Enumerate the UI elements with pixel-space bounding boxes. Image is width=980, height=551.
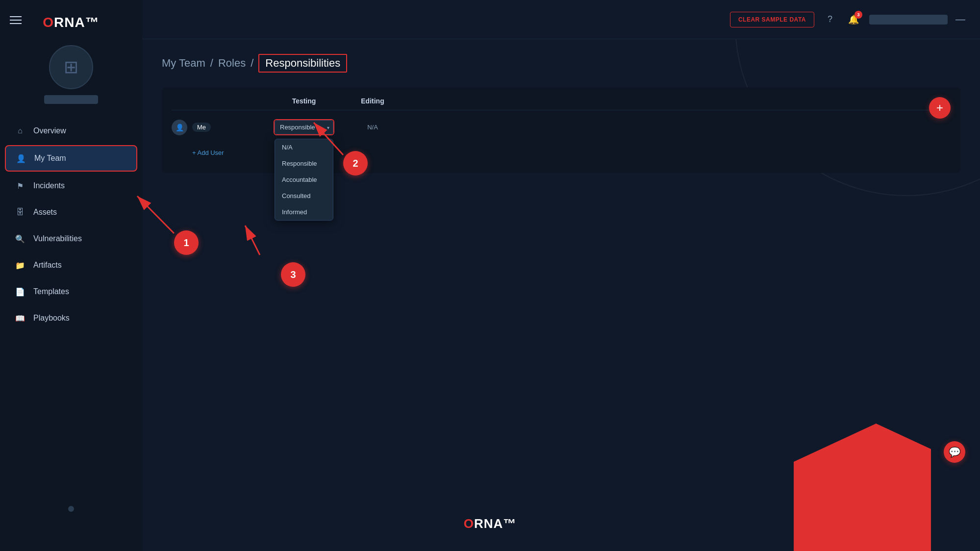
- incidents-icon: ⚑: [15, 180, 25, 191]
- assets-icon: 🗄: [15, 207, 25, 218]
- sidebar-item-incidents[interactable]: ⚑ Incidents: [5, 174, 137, 198]
- sidebar-nav: ⌂ Overview 👤 My Team ⚑ Incidents 🗄 Asset…: [0, 119, 142, 332]
- breadcrumb-responsibilities[interactable]: Responsibilities: [258, 54, 347, 73]
- add-user-button[interactable]: + Add User: [192, 146, 224, 159]
- footer-logo-rest: RNA: [474, 516, 503, 531]
- sidebar-logo: ORNA™: [43, 15, 99, 30]
- breadcrumb-roles[interactable]: Roles: [218, 57, 246, 70]
- artifacts-icon: 📁: [15, 260, 25, 271]
- sidebar-item-templates-label: Templates: [33, 287, 69, 296]
- testing-select-wrapper[interactable]: Responsible: [275, 120, 333, 134]
- sidebar-item-overview[interactable]: ⌂ Overview: [5, 119, 137, 143]
- th-testing: Testing: [270, 97, 338, 105]
- avatar: ⊞: [49, 45, 93, 89]
- annotation-1: 1: [174, 230, 199, 255]
- menu-hamburger-icon[interactable]: [10, 14, 22, 26]
- th-editing: Editing: [338, 97, 407, 105]
- breadcrumb-sep-1: /: [210, 57, 213, 70]
- main-content: My Team / Roles / Responsibilities - Res…: [142, 39, 980, 551]
- option-accountable[interactable]: Accountable: [275, 172, 333, 188]
- option-na[interactable]: N/A: [275, 139, 333, 155]
- overview-icon: ⌂: [15, 125, 25, 136]
- sidebar-item-vulnerabilities-label: Vulnerabilities: [33, 234, 82, 243]
- testing-role-select[interactable]: Responsible: [275, 120, 333, 134]
- sidebar-item-incidents-label: Incidents: [33, 181, 65, 190]
- responsibilities-table-panel: + Testing Editing 👤 Me Responsible: [162, 87, 960, 173]
- help-icon-button[interactable]: ?: [822, 12, 838, 27]
- sidebar-item-my-team-label: My Team: [34, 154, 66, 163]
- playbooks-icon: 📖: [15, 313, 25, 324]
- sidebar-item-playbooks[interactable]: 📖 Playbooks: [5, 306, 137, 330]
- sidebar-scroll-indicator: [68, 506, 74, 512]
- sidebar-item-assets-label: Assets: [33, 208, 57, 217]
- notification-badge: 3: [854, 11, 862, 19]
- notification-bell-button[interactable]: 🔔 3: [846, 12, 861, 27]
- header-user-bar: [869, 15, 948, 25]
- add-column-button[interactable]: +: [929, 97, 951, 119]
- sidebar-item-templates[interactable]: 📄 Templates: [5, 279, 137, 304]
- vulnerabilities-icon: 🔍: [15, 233, 25, 244]
- breadcrumb: My Team / Roles / Responsibilities: [162, 54, 960, 73]
- my-team-icon: 👤: [16, 153, 26, 164]
- table-row: 👤 Me Responsible N/A Responsible Account: [172, 115, 951, 139]
- breadcrumb-sep-2: /: [251, 57, 253, 70]
- editing-na-cell: N/A: [338, 124, 407, 131]
- templates-icon: 📄: [15, 286, 25, 297]
- sidebar-item-overview-label: Overview: [33, 126, 66, 135]
- sidebar-username-bar: [44, 95, 98, 104]
- chat-button[interactable]: 💬: [944, 441, 965, 463]
- testing-dropdown-popup: N/A Responsible Accountable Consulted In…: [275, 139, 333, 221]
- header: CLEAR SAMPLE DATA ? 🔔 3 —: [142, 0, 980, 39]
- logo-text: RNA: [54, 15, 85, 30]
- logo-o: O: [43, 15, 54, 30]
- sidebar-item-artifacts[interactable]: 📁 Artifacts: [5, 253, 137, 277]
- annotation-2: 2: [343, 151, 368, 175]
- avatar-placeholder-icon: ⊞: [64, 57, 78, 77]
- breadcrumb-my-team[interactable]: My Team: [162, 57, 205, 70]
- sidebar-item-my-team[interactable]: 👤 My Team: [5, 145, 137, 172]
- sidebar-item-artifacts-label: Artifacts: [33, 261, 62, 270]
- option-consulted[interactable]: Consulted: [275, 188, 333, 204]
- option-responsible[interactable]: Responsible: [275, 155, 333, 172]
- header-actions: CLEAR SAMPLE DATA ? 🔔 3 —: [730, 12, 965, 27]
- sidebar-item-vulnerabilities[interactable]: 🔍 Vulnerabilities: [5, 226, 137, 251]
- sidebar: ORNA™ ⊞ ⌂ Overview 👤 My Team ⚑ Incidents…: [0, 0, 142, 551]
- sidebar-item-playbooks-label: Playbooks: [33, 314, 70, 323]
- option-informed[interactable]: Informed: [275, 204, 333, 220]
- header-dash: —: [955, 14, 965, 25]
- testing-dropdown-cell: Responsible N/A Responsible Accountable …: [270, 119, 338, 135]
- question-mark-icon: ?: [828, 14, 832, 25]
- sidebar-item-assets[interactable]: 🗄 Assets: [5, 200, 137, 225]
- testing-dropdown-wrapper: Responsible N/A Responsible Accountable …: [274, 119, 334, 135]
- table-header: Testing Editing: [172, 97, 951, 110]
- row-user-cell: 👤 Me: [172, 120, 270, 135]
- footer-logo-o: O: [464, 516, 474, 531]
- chat-icon: 💬: [949, 446, 961, 458]
- annotation-3: 3: [281, 262, 305, 287]
- user-avatar-small: 👤: [172, 120, 187, 135]
- footer-logo: ORNA™: [464, 516, 517, 531]
- clear-sample-data-button[interactable]: CLEAR SAMPLE DATA: [730, 12, 814, 27]
- user-me-badge: Me: [192, 123, 211, 132]
